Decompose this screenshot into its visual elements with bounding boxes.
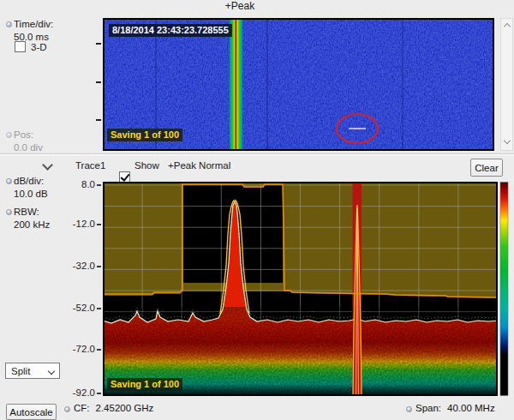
autoscale-button[interactable]: Autoscale xyxy=(6,404,57,420)
spectrogram-axis-tick xyxy=(96,43,101,45)
time-div-indicator-icon xyxy=(6,21,12,27)
split-view-dropdown[interactable]: Split xyxy=(5,363,60,379)
db-div-label: dB/div: xyxy=(14,176,44,187)
pane-divider xyxy=(0,153,514,155)
y-axis-label: 8.0 xyxy=(51,179,95,189)
spectrum-analyzer-window: +Peak Time/div: 50.0 ms 3-D Pos: 0.0 div xyxy=(0,0,514,420)
trace-mode[interactable]: +Peak Normal xyxy=(168,160,230,171)
cf-value[interactable]: 2.45200 GHz xyxy=(96,403,154,413)
spectrum-display[interactable] xyxy=(103,182,509,396)
db-div-indicator-icon xyxy=(6,178,12,184)
trace-name[interactable]: Trace1 xyxy=(75,160,105,171)
spectrogram-scrollbar[interactable] xyxy=(500,18,513,151)
y-axis-label: -52.0 xyxy=(51,303,95,313)
y-axis-tick xyxy=(97,184,101,186)
scroll-down-icon[interactable] xyxy=(504,137,511,144)
pos-label: Pos: xyxy=(14,129,33,141)
y-axis-label: -72.0 xyxy=(51,344,95,354)
split-view-value: Split xyxy=(11,366,30,376)
spectrogram-axis-tick xyxy=(96,119,101,121)
scroll-up-icon[interactable] xyxy=(504,23,511,30)
cf-label: CF: xyxy=(74,403,90,413)
y-axis-tick xyxy=(97,224,101,225)
y-axis-tick xyxy=(97,308,101,309)
three-d-checkbox[interactable] xyxy=(15,41,26,52)
spectrum-plot xyxy=(103,182,509,396)
rbw-indicator-icon xyxy=(6,209,12,215)
density-colorbar xyxy=(500,183,508,396)
trace-collapse-chevron-icon[interactable] xyxy=(42,159,53,171)
pos-indicator-icon xyxy=(6,132,12,138)
checkmark-icon xyxy=(120,171,129,182)
show-label: Show xyxy=(134,160,159,171)
y-axis-tick xyxy=(97,266,101,267)
rbw-value[interactable]: 200 kHz xyxy=(14,219,50,231)
pos-value: 0.0 div xyxy=(14,142,43,153)
y-axis-label: -12.0 xyxy=(51,219,95,229)
span-value[interactable]: 40.00 MHz xyxy=(447,403,495,413)
y-axis-label: -92.0 xyxy=(51,387,95,398)
spectrogram-axis-tick xyxy=(96,81,101,83)
spectrogram-timestamp: 8/18/2014 23:43:23.728555 xyxy=(109,24,232,37)
three-d-label: 3-D xyxy=(31,42,47,53)
span-indicator-icon xyxy=(406,406,412,412)
y-axis-tick xyxy=(97,349,101,351)
db-div-value[interactable]: 10.0 dB xyxy=(14,189,48,200)
rbw-label: RBW: xyxy=(14,207,39,218)
y-axis-label: -32.0 xyxy=(51,261,95,271)
chevron-down-icon xyxy=(48,367,55,374)
span-label: Span: xyxy=(415,403,441,413)
y-axis-tick xyxy=(97,393,101,394)
spectrogram-saving-status: Saving 1 of 100 xyxy=(107,129,182,141)
trace-detector-title: +Peak xyxy=(197,1,283,12)
clear-button[interactable]: Clear xyxy=(470,159,503,177)
spectrum-saving-status: Saving 1 of 100 xyxy=(107,378,182,391)
cf-indicator-icon xyxy=(64,406,70,412)
time-div-label: Time/div: xyxy=(14,19,53,30)
